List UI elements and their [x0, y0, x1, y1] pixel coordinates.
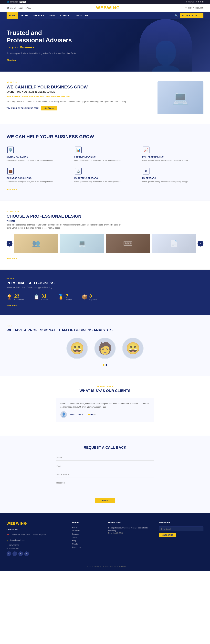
- about-links: TRY ONLINE CV BUILDER FOR FREE Get Start…: [6, 106, 151, 110]
- portfolio-header: PORTFOLIO CHOOSE A PROFESSIONAL DESIGN W…: [6, 210, 204, 230]
- nav-contact[interactable]: CONTACT US: [72, 12, 91, 19]
- hero-content: Trusted and Professional Advisers for yo…: [6, 29, 76, 62]
- testimonial-author-name: CONECTETUR: [69, 414, 83, 416]
- footer-menu-home[interactable]: Home: [72, 526, 102, 528]
- email-input[interactable]: [56, 463, 154, 469]
- newsletter-subscribe-button[interactable]: SUBSCRIBE: [159, 533, 176, 537]
- phone-input[interactable]: [56, 472, 154, 478]
- top-bar: 🌐 Language English Follow Us 𝕏 f in ◙: [0, 0, 210, 4]
- footer-twitter-icon[interactable]: 𝕏: [6, 552, 11, 556]
- facebook-icon[interactable]: f: [198, 1, 199, 3]
- footer-logo-part2: WING: [16, 522, 27, 526]
- nav-services[interactable]: SERVICES: [31, 12, 46, 19]
- hero-title-line1: Trusted and: [6, 30, 42, 36]
- header: ☎ Call Us +1 1234567890 WEBWING ✉ demo@g…: [0, 4, 210, 12]
- nav-links: HOME ABOUT SERVICES TEAM CLIENTS CONTACT…: [6, 12, 91, 19]
- nav-about[interactable]: ABOUT: [18, 12, 31, 19]
- service-desc-1: Lorem Ipsum is simply dummy text of the …: [6, 159, 68, 162]
- stats-title: PERSONALISED BUSINESS: [6, 281, 204, 285]
- nav-clients[interactable]: CLIENTS: [58, 12, 72, 19]
- language-value[interactable]: English: [20, 1, 26, 3]
- footer-address: 📍 London 345 some street 11 United Kingd…: [6, 534, 66, 537]
- hero-section: Trusted and Professional Advisers for yo…: [0, 19, 210, 72]
- team-avatar-2: 🧑: [94, 338, 116, 359]
- service-desc-6: Lorem Ipsum is simply dummy text of the …: [142, 180, 204, 183]
- team-dot-1[interactable]: [103, 364, 104, 366]
- request-quote-button[interactable]: REQUEST A QUOTE: [180, 13, 204, 18]
- nav-home[interactable]: HOME: [6, 12, 18, 19]
- team-dot-2[interactable]: [106, 364, 107, 366]
- search-icon[interactable]: 🔍: [175, 14, 178, 17]
- gallery-item-3[interactable]: ⌨: [106, 234, 150, 254]
- follow-label: Follow Us: [186, 1, 194, 3]
- phone-number[interactable]: +1 1234567890: [18, 7, 31, 9]
- instagram-icon[interactable]: ◙: [202, 1, 204, 3]
- name-input[interactable]: [56, 455, 154, 461]
- gallery-item-1[interactable]: 👥: [14, 234, 58, 254]
- footer-phone1[interactable]: +1 1234567890: [6, 544, 66, 546]
- service-name-5: MARKETING RESEARCH: [74, 177, 136, 180]
- gallery-next-button[interactable]: ›: [198, 240, 204, 246]
- message-input[interactable]: [56, 480, 154, 493]
- footer-copyright: Copyright © 2020 Company name All rights…: [84, 566, 126, 567]
- about-title: WE CAN HELP YOUR BUSINESS GROW: [6, 84, 151, 90]
- footer-newsletter-col: Newsletter SUBSCRIBE: [159, 522, 204, 556]
- gallery-prev-button[interactable]: ‹: [6, 240, 12, 246]
- gallery-item-2[interactable]: 💻: [60, 234, 104, 254]
- stats-read-more-row: Read More · · · · ·: [6, 304, 204, 307]
- footer: WEBWING Contact Us 📍 London 345 some str…: [0, 513, 210, 571]
- portfolio-description: It is a long established fact that a rea…: [6, 223, 122, 230]
- footer-social: 𝕏 f in ◙: [6, 552, 66, 556]
- about-subtitle: EVERYTHING YOU NEED IN ONE SOLUTION: [6, 90, 151, 93]
- footer-contact-col: WEBWING Contact Us 📍 London 345 some str…: [6, 522, 66, 556]
- twitter-icon[interactable]: 𝕏: [196, 1, 197, 3]
- footer-logo[interactable]: WEBWING: [6, 522, 66, 526]
- get-started-button[interactable]: Get Started: [41, 106, 58, 110]
- stat-icon-1: 🏆: [6, 294, 12, 300]
- linkedin-icon[interactable]: in: [200, 1, 201, 3]
- testimonial-dot-3[interactable]: [94, 414, 96, 415]
- footer-menu-blog[interactable]: Blog: [72, 540, 102, 542]
- footer-facebook-icon[interactable]: f: [12, 552, 17, 556]
- footer-menu-clients[interactable]: Clients: [72, 543, 102, 545]
- globe-icon: 🌐: [6, 1, 9, 3]
- footer-address-text: London 345 some street 11 United Kingdom: [11, 534, 46, 536]
- header-logo[interactable]: WEBWING: [96, 5, 120, 10]
- service-icon-4: 💼: [6, 167, 14, 175]
- testimonial-dot-1[interactable]: [88, 414, 90, 415]
- gallery-item-4[interactable]: 📄: [152, 234, 196, 254]
- service-icon-6: 🖥: [142, 167, 150, 175]
- footer-post-1: Participate in staff meetings manage ded…: [108, 526, 152, 534]
- footer-menu-about[interactable]: About Us: [72, 530, 102, 532]
- service-name-6: UX RESEARCH: [142, 177, 204, 180]
- team-member-3: 😄: [122, 338, 144, 361]
- footer-phone2[interactable]: +1 1234567890: [6, 548, 66, 550]
- footer-menu-team[interactable]: Team: [72, 536, 102, 538]
- footer-menu-services[interactable]: Services: [72, 533, 102, 535]
- footer-contact-title: Contact Us: [6, 528, 66, 531]
- email-address[interactable]: demo@gmail.com: [188, 7, 204, 9]
- services-section: WE CAN HELP YOUR BUSINESS GROW ⚙️ DIGITA…: [0, 124, 210, 200]
- hero-about-link[interactable]: About us: [6, 59, 76, 62]
- footer-menu-contact[interactable]: Contact us: [72, 546, 102, 548]
- stats-read-more-dots: · · · · ·: [18, 305, 22, 306]
- footer-email[interactable]: demo@gmail.com: [10, 539, 24, 542]
- about-cv-link[interactable]: TRY ONLINE CV BUILDER FOR FREE: [6, 107, 38, 109]
- portfolio-read-more[interactable]: Read More: [6, 257, 16, 260]
- service-icon-1: ⚙️: [6, 146, 14, 154]
- footer-instagram-icon[interactable]: ◙: [24, 552, 29, 556]
- footer-linkedin-icon[interactable]: in: [18, 552, 23, 556]
- stats-tag: ORDER: [6, 278, 204, 280]
- contact-section: REQUEST A CALL BACK SEND: [0, 436, 210, 513]
- stats-read-more[interactable]: Read More: [6, 304, 16, 307]
- services-read-more[interactable]: Read More: [6, 188, 16, 191]
- service-financial-planing: 📊 FINANCIAL PLANING Lorem Ipsum is simpl…: [74, 146, 136, 162]
- email-field: [56, 463, 154, 469]
- testimonial-dot-2[interactable]: [90, 414, 92, 415]
- portfolio-tag: PORTFOLIO: [6, 210, 204, 212]
- service-business-consulting: 💼 BUSINESS CONSULTING Lorem Ipsum is sim…: [6, 167, 68, 183]
- nav-team[interactable]: TEAM: [46, 12, 58, 19]
- service-name-4: BUSINESS CONSULTING: [6, 177, 68, 180]
- newsletter-input[interactable]: [159, 526, 204, 532]
- send-button[interactable]: SEND: [95, 498, 114, 503]
